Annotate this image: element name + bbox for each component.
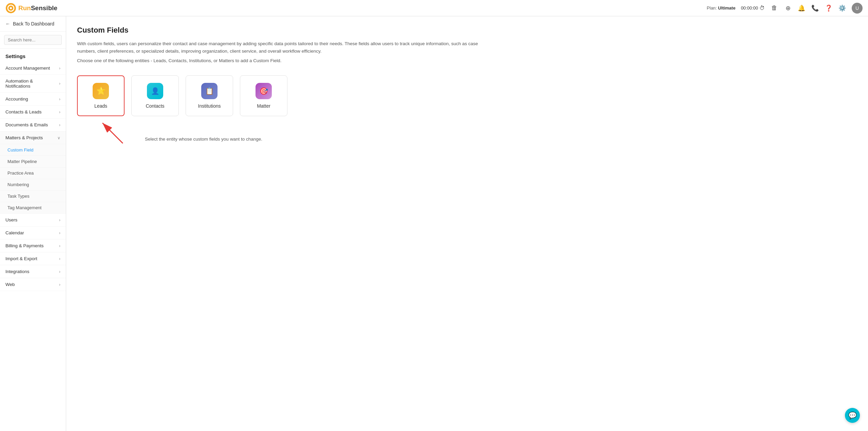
sidebar-item-web[interactable]: Web › bbox=[0, 278, 66, 291]
sidebar-item-calendar[interactable]: Calendar › bbox=[0, 227, 66, 239]
trash-icon[interactable]: 🗑 bbox=[770, 4, 778, 12]
topbar: RunSensible Plan: Ultimate 00:00:00 ⏱ 🗑 … bbox=[0, 0, 868, 16]
add-icon[interactable]: ⊕ bbox=[784, 4, 792, 12]
back-label: Back To Dashboard bbox=[13, 21, 54, 26]
select-hint: Select the entity whose custom fields yo… bbox=[145, 137, 287, 142]
svg-point-2 bbox=[10, 7, 12, 9]
chevron-right-icon: › bbox=[59, 269, 60, 274]
help-icon[interactable]: ❓ bbox=[825, 4, 833, 12]
institutions-icon: 📋 bbox=[201, 83, 218, 99]
leads-label: Leads bbox=[94, 103, 107, 109]
sidebar-item-matters-projects[interactable]: Matters & Projects ∨ bbox=[0, 131, 66, 144]
logo-text: RunSensible bbox=[18, 4, 57, 12]
plan-info: Plan: Ultimate bbox=[707, 5, 736, 11]
entity-card-institutions[interactable]: 📋 Institutions bbox=[186, 75, 233, 116]
sidebar-item-billing-payments[interactable]: Billing & Payments › bbox=[0, 239, 66, 252]
chevron-down-icon: ∨ bbox=[57, 136, 60, 140]
entity-grid: ⭐ Leads 👤 Contacts 📋 Institutions 🎯 Matt… bbox=[77, 75, 287, 116]
chat-icon: 💬 bbox=[848, 411, 857, 419]
matter-label: Matter bbox=[257, 103, 270, 109]
sidebar-item-automation-notifications[interactable]: Automation & Notifications › bbox=[0, 75, 66, 93]
chevron-right-icon: › bbox=[59, 218, 60, 222]
leads-icon: ⭐ bbox=[93, 83, 109, 99]
chevron-right-icon: › bbox=[59, 66, 60, 71]
page-title: Custom Fields bbox=[77, 26, 857, 35]
chevron-right-icon: › bbox=[59, 231, 60, 235]
sidebar-item-documents-emails[interactable]: Documents & Emails › bbox=[0, 119, 66, 131]
chevron-right-icon: › bbox=[59, 282, 60, 287]
main-content: Custom Fields With custom fields, users … bbox=[66, 16, 868, 431]
sidebar-sub-item-tag-management[interactable]: Tag Management bbox=[0, 202, 66, 214]
settings-title: Settings bbox=[0, 49, 66, 62]
main-layout: ← Back To Dashboard Settings Account Man… bbox=[0, 16, 868, 431]
sidebar-item-accounting[interactable]: Accounting › bbox=[0, 93, 66, 106]
chevron-right-icon: › bbox=[59, 97, 60, 102]
sidebar-sub-item-matter-pipeline[interactable]: Matter Pipeline bbox=[0, 156, 66, 167]
topbar-right: Plan: Ultimate 00:00:00 ⏱ 🗑 ⊕ 🔔 📞 ❓ ⚙️ U bbox=[707, 3, 863, 14]
contacts-icon: 👤 bbox=[147, 83, 163, 99]
settings-icon[interactable]: ⚙️ bbox=[838, 4, 846, 12]
sidebar-sub-item-custom-field[interactable]: Custom Field bbox=[0, 144, 66, 156]
search-input[interactable] bbox=[4, 35, 62, 45]
svg-line-4 bbox=[102, 123, 123, 143]
matter-icon: 🎯 bbox=[256, 83, 272, 99]
entity-card-contacts[interactable]: 👤 Contacts bbox=[131, 75, 179, 116]
chevron-right-icon: › bbox=[59, 244, 60, 248]
sidebar-item-account-management[interactable]: Account Management › bbox=[0, 62, 66, 75]
institutions-label: Institutions bbox=[198, 103, 221, 109]
sidebar: ← Back To Dashboard Settings Account Man… bbox=[0, 16, 66, 431]
contacts-label: Contacts bbox=[146, 103, 164, 109]
sidebar-sub-item-numbering[interactable]: Numbering bbox=[0, 179, 66, 191]
annotation-arrow bbox=[96, 120, 130, 147]
sidebar-sub-item-practice-area[interactable]: Practice Area bbox=[0, 167, 66, 179]
chevron-right-icon: › bbox=[59, 110, 60, 114]
chevron-right-icon: › bbox=[59, 123, 60, 127]
chat-bubble[interactable]: 💬 bbox=[845, 408, 860, 423]
sidebar-item-users[interactable]: Users › bbox=[0, 214, 66, 227]
sidebar-item-contacts-leads[interactable]: Contacts & Leads › bbox=[0, 106, 66, 119]
matters-projects-submenu: Custom Field Matter Pipeline Practice Ar… bbox=[0, 144, 66, 214]
sidebar-search-container bbox=[0, 32, 66, 49]
page-description: With custom fields, users can personaliz… bbox=[77, 40, 484, 55]
page-subtitle: Choose one of the following entities - L… bbox=[77, 58, 857, 63]
chevron-right-icon: › bbox=[59, 81, 60, 86]
sidebar-item-integrations[interactable]: Integrations › bbox=[0, 265, 66, 278]
logo-icon bbox=[5, 3, 16, 14]
timer-display: 00:00:00 ⏱ bbox=[741, 5, 765, 11]
entity-card-matter[interactable]: 🎯 Matter bbox=[240, 75, 287, 116]
entity-selection-area: ⭐ Leads 👤 Contacts 📋 Institutions 🎯 Matt… bbox=[77, 75, 287, 142]
sidebar-item-import-export[interactable]: Import & Export › bbox=[0, 252, 66, 265]
sidebar-sub-item-task-types[interactable]: Task Types bbox=[0, 191, 66, 202]
avatar[interactable]: U bbox=[852, 3, 863, 14]
bell-icon[interactable]: 🔔 bbox=[797, 4, 806, 12]
back-to-dashboard[interactable]: ← Back To Dashboard bbox=[0, 16, 66, 32]
back-arrow-icon: ← bbox=[5, 21, 10, 26]
logo[interactable]: RunSensible bbox=[5, 3, 57, 14]
entity-card-leads[interactable]: ⭐ Leads bbox=[77, 75, 125, 116]
phone-icon[interactable]: 📞 bbox=[811, 4, 819, 12]
chevron-right-icon: › bbox=[59, 256, 60, 261]
